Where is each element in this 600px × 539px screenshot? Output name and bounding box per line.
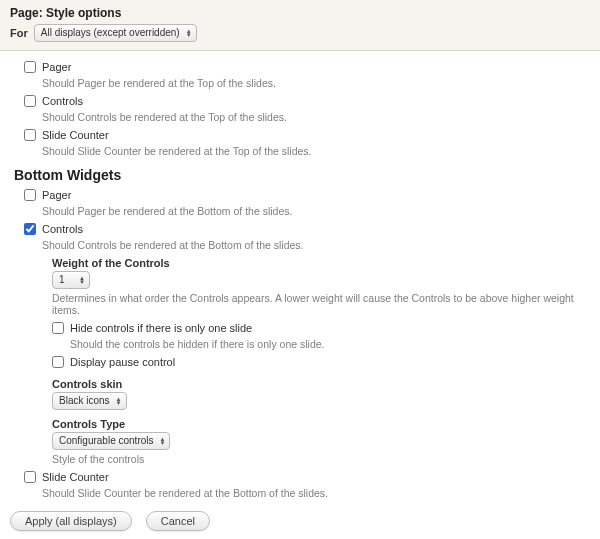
controls-weight-desc: Determines in what order the Controls ap… — [52, 292, 590, 316]
bottom-pager-row: Pager Should Pager be rendered at the Bo… — [24, 189, 590, 217]
controls-type-value: Configurable controls — [59, 434, 154, 448]
hide-one-label: Hide controls if there is only one slide — [70, 322, 252, 334]
top-pager-label: Pager — [42, 61, 71, 73]
dialog-header: Page: Style options For All displays (ex… — [0, 0, 600, 51]
top-pager-row: Pager Should Pager be rendered at the To… — [24, 61, 590, 89]
bottom-controls-checkbox-input[interactable] — [24, 223, 36, 235]
cancel-button[interactable]: Cancel — [146, 511, 210, 531]
bottom-controls-checkbox[interactable]: Controls — [24, 223, 83, 235]
top-pager-checkbox[interactable]: Pager — [24, 61, 71, 73]
pause-label: Display pause control — [70, 356, 175, 368]
top-slidecounter-row: Slide Counter Should Slide Counter be re… — [24, 129, 590, 157]
controls-type-title: Controls Type — [52, 418, 590, 430]
bottom-slidecounter-label: Slide Counter — [42, 471, 109, 483]
top-pager-checkbox-input[interactable] — [24, 61, 36, 73]
bottom-slidecounter-desc: Should Slide Counter be rendered at the … — [42, 487, 590, 499]
top-controls-row: Controls Should Controls be rendered at … — [24, 95, 590, 123]
pause-checkbox-input[interactable] — [52, 356, 64, 368]
bottom-slidecounter-checkbox[interactable]: Slide Counter — [24, 471, 109, 483]
hide-one-checkbox-input[interactable] — [52, 322, 64, 334]
controls-weight-block: Weight of the Controls 1 ▲▼ Determines i… — [52, 257, 590, 316]
for-label: For — [10, 27, 28, 39]
select-stepper-icon: ▲▼ — [160, 437, 166, 445]
for-display-select-value: All displays (except overridden) — [41, 26, 180, 40]
for-display-select[interactable]: All displays (except overridden) ▲▼ — [34, 24, 197, 42]
top-slidecounter-checkbox-input[interactable] — [24, 129, 36, 141]
controls-skin-title: Controls skin — [52, 378, 590, 390]
controls-skin-block: Controls skin Black icons ▲▼ — [52, 378, 590, 410]
controls-type-select[interactable]: Configurable controls ▲▼ — [52, 432, 170, 450]
bottom-slidecounter-checkbox-input[interactable] — [24, 471, 36, 483]
controls-skin-value: Black icons — [59, 394, 110, 408]
controls-skin-select[interactable]: Black icons ▲▼ — [52, 392, 127, 410]
page-title: Page: Style options — [10, 6, 590, 20]
for-row: For All displays (except overridden) ▲▼ — [10, 24, 590, 42]
top-controls-checkbox[interactable]: Controls — [24, 95, 83, 107]
top-pager-desc: Should Pager be rendered at the Top of t… — [42, 77, 590, 89]
dialog-content: Pager Should Pager be rendered at the To… — [0, 51, 600, 499]
bottom-slidecounter-row: Slide Counter Should Slide Counter be re… — [24, 471, 590, 499]
top-slidecounter-label: Slide Counter — [42, 129, 109, 141]
controls-weight-select[interactable]: 1 ▲▼ — [52, 271, 90, 289]
hide-one-row: Hide controls if there is only one slide… — [52, 322, 590, 350]
bottom-controls-label: Controls — [42, 223, 83, 235]
controls-type-block: Controls Type Configurable controls ▲▼ S… — [52, 418, 590, 465]
top-slidecounter-desc: Should Slide Counter be rendered at the … — [42, 145, 590, 157]
controls-type-desc: Style of the controls — [52, 453, 590, 465]
controls-weight-value: 1 — [59, 273, 65, 287]
bottom-controls-desc: Should Controls be rendered at the Botto… — [42, 239, 590, 251]
bottom-controls-row: Controls Should Controls be rendered at … — [24, 223, 590, 251]
bottom-pager-checkbox[interactable]: Pager — [24, 189, 71, 201]
top-slidecounter-checkbox[interactable]: Slide Counter — [24, 129, 109, 141]
bottom-pager-checkbox-input[interactable] — [24, 189, 36, 201]
top-controls-desc: Should Controls be rendered at the Top o… — [42, 111, 590, 123]
pause-row: Display pause control — [52, 356, 590, 370]
bottom-widgets-heading: Bottom Widgets — [14, 167, 586, 183]
hide-one-checkbox[interactable]: Hide controls if there is only one slide — [52, 322, 252, 334]
top-controls-checkbox-input[interactable] — [24, 95, 36, 107]
dialog-footer: Apply (all displays) Cancel — [0, 503, 600, 539]
pause-checkbox[interactable]: Display pause control — [52, 356, 175, 368]
select-stepper-icon: ▲▼ — [186, 29, 192, 37]
apply-button[interactable]: Apply (all displays) — [10, 511, 132, 531]
top-controls-label: Controls — [42, 95, 83, 107]
bottom-pager-label: Pager — [42, 189, 71, 201]
hide-one-desc: Should the controls be hidden if there i… — [70, 338, 590, 350]
select-stepper-icon: ▲▼ — [116, 397, 122, 405]
bottom-pager-desc: Should Pager be rendered at the Bottom o… — [42, 205, 590, 217]
select-stepper-icon: ▲▼ — [79, 276, 85, 284]
controls-weight-title: Weight of the Controls — [52, 257, 590, 269]
